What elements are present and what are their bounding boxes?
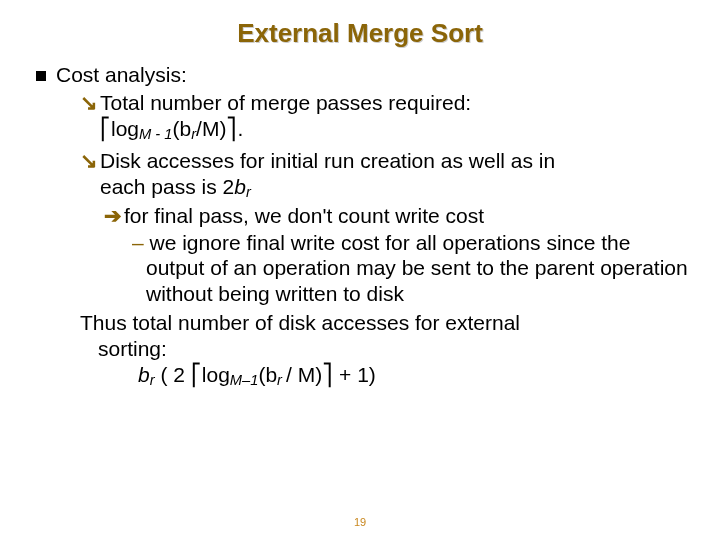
thus-text-b: sorting: xyxy=(98,337,167,360)
down-arrow-icon: ↘ xyxy=(80,149,98,172)
over-m: / M) xyxy=(286,363,322,386)
sub-m1: M–1 xyxy=(230,372,259,388)
thus-line: Thus total number of disk accesses for e… xyxy=(80,310,692,360)
text: we ignore final write cost for all opera… xyxy=(144,231,688,305)
bullet-cost-analysis: Cost analysis: xyxy=(36,63,692,87)
page-number: 19 xyxy=(0,516,720,528)
subbullet-disk-accesses: ↘Disk accesses for initial run creation … xyxy=(80,148,692,202)
sub-m1: M - 1 xyxy=(139,126,172,142)
open: ( 2 xyxy=(155,363,191,386)
ceil-right-icon: ⎤ xyxy=(226,117,237,141)
thus-text-a: Thus total number of disk accesses for e… xyxy=(80,311,520,334)
subbullet-merge-passes: ↘Total number of merge passes required: xyxy=(80,91,692,115)
square-bullet-icon xyxy=(36,71,46,81)
over-m: /M) xyxy=(196,117,226,140)
sub-r2: r xyxy=(277,372,286,388)
slide-title: External Merge Sort xyxy=(28,18,692,49)
right-arrow-icon: ➔ xyxy=(104,204,122,227)
formula-merge-passes: ⎡logM - 1(br/M)⎤. xyxy=(100,117,692,142)
formula-total-disk-accesses: br ( 2 ⎡logM–1(br / M)⎤ + 1) xyxy=(138,363,692,388)
log: log xyxy=(202,363,230,386)
log: log xyxy=(111,117,139,140)
text: for final pass, we don't count write cos… xyxy=(124,204,484,227)
bullet-text: Cost analysis: xyxy=(56,63,187,86)
ceil-left-icon: ⎡ xyxy=(100,117,111,141)
b: b xyxy=(138,363,150,386)
sub-r: r xyxy=(246,184,251,200)
ceil-left-icon: ⎡ xyxy=(191,363,202,387)
tail: + 1) xyxy=(333,363,376,386)
slide: External Merge Sort Cost analysis: ↘Tota… xyxy=(0,0,720,540)
open-b: (b xyxy=(258,363,277,386)
note-ignore-write: – we ignore final write cost for all ope… xyxy=(132,230,692,307)
ceil-right-icon: ⎤ xyxy=(322,363,333,387)
dash-icon: – xyxy=(132,231,144,254)
down-arrow-icon: ↘ xyxy=(80,91,98,114)
text-line1: Disk accesses for initial run creation a… xyxy=(100,149,555,172)
text-line2: each pass is 2 xyxy=(100,175,234,198)
period: . xyxy=(237,117,243,140)
text: Total number of merge passes required: xyxy=(100,91,471,114)
open-b: (b xyxy=(173,117,192,140)
b-italic: b xyxy=(234,175,246,198)
subsub-final-pass: ➔for final pass, we don't count write co… xyxy=(104,204,692,228)
